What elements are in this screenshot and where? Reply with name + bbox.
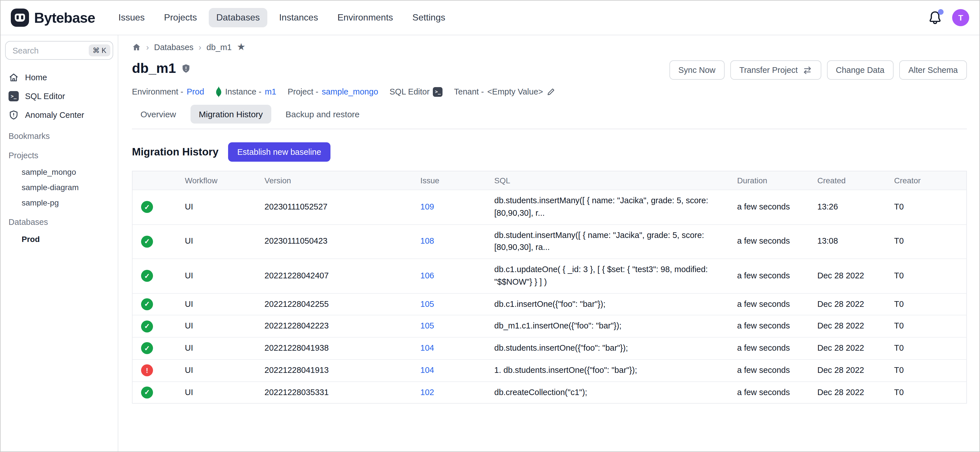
establish-new-baseline-button[interactable]: Establish new baseline xyxy=(228,142,330,162)
shield-alert-icon xyxy=(8,110,19,120)
terminal-icon: >_ xyxy=(8,91,19,101)
bytebase-logo[interactable]: Bytebase xyxy=(11,8,95,27)
breadcrumb: › Databases › db_m1 ★ xyxy=(132,42,967,52)
column-header-sql: SQL xyxy=(487,171,730,190)
bytebase-logo-icon xyxy=(11,8,29,27)
chevron-right-icon: › xyxy=(146,42,149,51)
chevron-right-icon: › xyxy=(199,42,201,51)
project-link[interactable]: sample_mongo xyxy=(321,87,378,96)
favorite-star-icon[interactable]: ★ xyxy=(237,42,246,52)
status-icon: ✓ xyxy=(141,342,153,355)
sidebar-item-home[interactable]: Home xyxy=(5,68,113,86)
page-title: db_m1 xyxy=(132,60,176,76)
status-icon: ✓ xyxy=(141,387,153,398)
sidebar-item-sql-editor[interactable]: >_ SQL Editor xyxy=(5,86,113,105)
tab-overview[interactable]: Overview xyxy=(132,105,185,123)
page-actions: Sync Now Transfer Project Change Data Al… xyxy=(669,60,967,80)
column-header-version: Version xyxy=(258,171,414,190)
sidebar-item-label: SQL Editor xyxy=(25,91,65,101)
sidebar-item-label: Anomaly Center xyxy=(25,110,84,119)
meta-tenant: Tenant - <Empty Value> xyxy=(454,87,555,96)
table-row[interactable]: ✓ UI 20221228035331 102 db.createCollect… xyxy=(132,381,966,403)
migration-history-table: Workflow Version Issue SQL Duration Crea… xyxy=(132,171,967,404)
edit-pencil-icon[interactable] xyxy=(547,87,555,96)
sidebar-item-anomaly-center[interactable]: Anomaly Center xyxy=(5,105,113,124)
issue-link[interactable]: 102 xyxy=(420,387,434,396)
issue-link[interactable]: 105 xyxy=(420,299,434,308)
breadcrumb-databases[interactable]: Databases xyxy=(154,42,194,51)
meta-sql-editor[interactable]: SQL Editor >_ xyxy=(390,87,443,96)
status-icon: ✓ xyxy=(141,236,153,248)
column-header-duration: Duration xyxy=(730,171,810,190)
sidebar-project-sample-diagram[interactable]: sample-diagram xyxy=(5,179,113,195)
search-input[interactable] xyxy=(11,45,88,56)
table-row[interactable]: ✓ UI 20221228042223 105 db_m1.c1.insertO… xyxy=(132,315,966,337)
alter-schema-button[interactable]: Alter Schema xyxy=(899,60,967,80)
section-title: Migration History xyxy=(132,146,218,158)
home-breadcrumb-icon[interactable] xyxy=(132,42,141,51)
shield-alert-icon xyxy=(181,63,191,74)
top-nav: Bytebase Issues Projects Databases Insta… xyxy=(0,0,980,35)
issue-link[interactable]: 104 xyxy=(420,343,434,352)
column-header-workflow: Workflow xyxy=(178,171,258,190)
database-meta: Environment - Prod Instance - m1 Project… xyxy=(132,86,967,97)
nav-item-environments[interactable]: Environments xyxy=(330,8,401,27)
tab-migration-history[interactable]: Migration History xyxy=(190,105,271,123)
instance-link[interactable]: m1 xyxy=(265,87,276,96)
status-icon: ✓ xyxy=(141,270,153,282)
sidebar-project-sample-mongo[interactable]: sample_mongo xyxy=(5,164,113,179)
environment-link[interactable]: Prod xyxy=(187,87,204,96)
search-box[interactable]: ⌘ K xyxy=(5,41,113,60)
table-row[interactable]: ✓ UI 20230111050423 108 db.student.inser… xyxy=(132,224,966,259)
table-row[interactable]: ! UI 20221228041913 104 1. db.students.i… xyxy=(132,359,966,382)
issue-link[interactable]: 104 xyxy=(420,366,434,375)
search-shortcut-badge: ⌘ K xyxy=(88,45,110,56)
terminal-icon: >_ xyxy=(433,87,443,96)
sidebar-section-projects: Projects xyxy=(8,148,110,163)
sidebar-database-prod[interactable]: Prod xyxy=(5,230,113,247)
table-header-row: Workflow Version Issue SQL Duration Crea… xyxy=(132,171,966,190)
mongodb-leaf-icon xyxy=(216,86,222,97)
notifications-bell-icon[interactable] xyxy=(928,10,942,25)
status-icon: ✓ xyxy=(141,201,153,213)
sync-now-button[interactable]: Sync Now xyxy=(669,60,725,80)
table-row[interactable]: ✓ UI 20230111052527 109 db.students.inse… xyxy=(132,190,966,224)
column-header-created: Created xyxy=(810,171,887,190)
meta-project: Project - sample_mongo xyxy=(288,87,378,96)
tab-backup-and-restore[interactable]: Backup and restore xyxy=(277,105,368,123)
column-header-creator: Creator xyxy=(887,171,966,190)
table-row[interactable]: ✓ UI 20221228042407 106 db.c1.updateOne(… xyxy=(132,259,966,293)
status-icon: ✓ xyxy=(141,320,153,332)
transfer-project-button[interactable]: Transfer Project xyxy=(730,60,821,80)
table-row[interactable]: ✓ UI 20221228042255 105 db.c1.insertOne(… xyxy=(132,293,966,315)
change-data-button[interactable]: Change Data xyxy=(827,60,894,80)
sidebar-item-label: Home xyxy=(25,73,47,82)
issue-link[interactable]: 106 xyxy=(420,271,434,280)
nav-item-issues[interactable]: Issues xyxy=(111,8,152,27)
brand-name: Bytebase xyxy=(34,10,95,26)
column-header-issue: Issue xyxy=(414,171,487,190)
nav-item-instances[interactable]: Instances xyxy=(272,8,325,27)
sidebar-project-sample-pg[interactable]: sample-pg xyxy=(5,195,113,210)
issue-link[interactable]: 108 xyxy=(420,236,434,246)
main-content: › Databases › db_m1 ★ db_m1 xyxy=(118,35,980,452)
issue-link[interactable]: 105 xyxy=(420,321,434,331)
detail-tabs: Overview Migration History Backup and re… xyxy=(132,105,967,129)
meta-environment: Environment - Prod xyxy=(132,87,204,96)
status-icon: ✓ xyxy=(141,298,153,310)
notification-dot xyxy=(938,9,943,15)
nav-item-settings[interactable]: Settings xyxy=(405,8,453,27)
sidebar: ⌘ K Home >_ SQL Editor xyxy=(0,35,118,452)
issue-link[interactable]: 109 xyxy=(420,202,434,211)
sidebar-section-bookmarks: Bookmarks xyxy=(8,129,110,144)
table-row[interactable]: ✓ UI 20221228041938 104 db.students.inse… xyxy=(132,337,966,359)
nav-item-projects[interactable]: Projects xyxy=(157,8,204,27)
main-nav: Issues Projects Databases Instances Envi… xyxy=(111,8,452,27)
meta-instance: Instance - m1 xyxy=(216,86,277,97)
nav-item-databases[interactable]: Databases xyxy=(209,8,267,27)
avatar[interactable]: T xyxy=(952,9,969,26)
sidebar-section-databases: Databases xyxy=(8,215,110,229)
transfer-arrows-icon xyxy=(802,66,812,74)
home-icon xyxy=(8,72,19,82)
breadcrumb-db-m1[interactable]: db_m1 xyxy=(207,42,232,51)
